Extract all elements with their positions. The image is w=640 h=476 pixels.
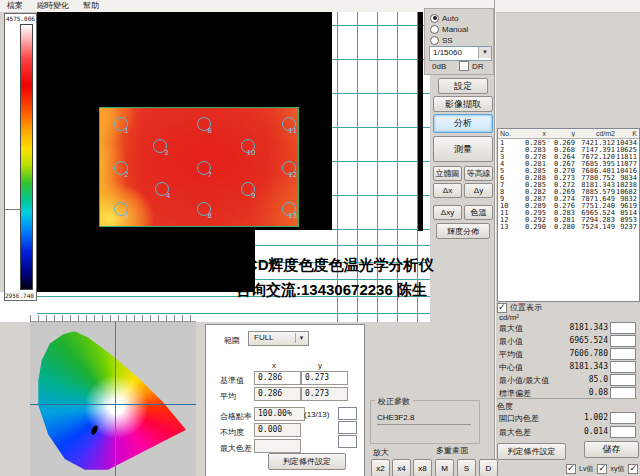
- judge-condition-button[interactable]: 判定條件設定: [268, 453, 346, 470]
- capture-label: 影像擷取: [445, 98, 481, 111]
- save-options-row: Lv值xy值影像檔: [566, 464, 640, 474]
- zoom-x8-button[interactable]: x8: [413, 459, 432, 476]
- position-display-row[interactable]: 位置表示: [497, 302, 542, 313]
- checkbox-icon[interactable]: [628, 464, 638, 474]
- save-option-1[interactable]: xy值: [597, 464, 624, 474]
- measure-point-1[interactable]: 1: [114, 117, 128, 131]
- menu-item-1[interactable]: 縮時變化: [30, 0, 76, 12]
- colorbar-gradient: [20, 24, 33, 290]
- checkbox-icon[interactable]: [597, 464, 607, 474]
- checkbox-icon[interactable]: [566, 464, 576, 474]
- dr-checkbox[interactable]: [459, 61, 469, 71]
- measure-point-12[interactable]: 12: [282, 161, 296, 175]
- radio-manual[interactable]: Manual: [430, 24, 468, 34]
- radio-label: SS: [442, 36, 453, 45]
- multi-m-button[interactable]: M: [435, 459, 454, 476]
- stat-label: 平均值: [499, 349, 523, 360]
- col-header-y: y: [546, 130, 575, 137]
- measure-point-10[interactable]: 10: [241, 139, 255, 153]
- multi-s-button[interactable]: S: [457, 459, 476, 476]
- delta-y-button[interactable]: Δy: [464, 183, 493, 198]
- radio-ss[interactable]: SS: [430, 35, 453, 45]
- judge-condition-label: 判定條件設定: [508, 446, 556, 457]
- measure-point-6[interactable]: 6: [197, 117, 211, 131]
- measure-point-5[interactable]: 5: [114, 202, 128, 216]
- measure-point-3[interactable]: 3: [153, 139, 167, 153]
- uniformity-field: 0.000: [254, 423, 301, 437]
- col-header-k: K: [615, 130, 637, 137]
- save-option-0[interactable]: Lv值: [566, 464, 593, 474]
- radio-auto[interactable]: Auto: [430, 13, 458, 23]
- judge-result-box: [610, 426, 636, 438]
- view3d-button[interactable]: 立體圖: [433, 166, 462, 181]
- measure-point-4[interactable]: 4: [155, 182, 169, 196]
- multi-d-button[interactable]: D: [479, 459, 498, 476]
- measure-button[interactable]: 測量: [433, 136, 493, 162]
- judge-condition-label: 判定條件設定: [283, 456, 331, 467]
- measure-point-11[interactable]: 11: [282, 117, 296, 131]
- position-display-checkbox[interactable]: [497, 303, 507, 313]
- measure-point-number: 13: [288, 212, 297, 220]
- measure-point-2[interactable]: 2: [114, 161, 128, 175]
- lum-dist-label: 輝度分佈: [447, 226, 479, 237]
- reference-x-field[interactable]: 0.286: [254, 371, 301, 385]
- judge-result-box: [610, 322, 636, 334]
- gain-value: 0dB: [432, 62, 446, 71]
- chevron-down-icon[interactable]: ▼: [478, 47, 491, 58]
- dr-label: DR: [472, 62, 484, 71]
- delta-xy-button[interactable]: Δxy: [433, 205, 462, 220]
- cie-horseshoe: [30, 322, 196, 476]
- col-x-header: x: [272, 361, 276, 370]
- stat-label: 最小值: [499, 336, 523, 347]
- colorbar-max-label: 4575.006: [6, 15, 35, 22]
- color-temp-label: 色溫: [471, 207, 487, 218]
- measure-point-9[interactable]: 9: [241, 182, 255, 196]
- lum-dist-button[interactable]: 輝度分佈: [436, 223, 490, 239]
- chevron-down-icon[interactable]: ▼: [295, 333, 307, 343]
- measure-point-13[interactable]: 13: [282, 202, 296, 216]
- judge-result-box: [610, 412, 636, 424]
- zoom-x2-button[interactable]: x2: [371, 459, 390, 476]
- capture-button[interactable]: 影像擷取: [433, 96, 493, 112]
- save-button[interactable]: 儲存: [584, 441, 639, 458]
- reference-y-field[interactable]: 0.273: [301, 371, 348, 385]
- contour-button[interactable]: 等高線: [464, 166, 493, 181]
- color-temp-button[interactable]: 色溫: [464, 205, 493, 220]
- chroma-value: 1.002: [584, 413, 608, 422]
- judge-condition-button-right[interactable]: 判定條件設定: [497, 443, 566, 460]
- zoom-x4-button[interactable]: x4: [392, 459, 411, 476]
- stat-value: 8181.343: [569, 362, 608, 371]
- position-display-label: 位置表示: [510, 302, 542, 313]
- table-row[interactable]: 130.2900.2807524.1499237: [498, 223, 639, 230]
- range-select[interactable]: FULL ▼: [248, 331, 309, 346]
- cie-diagram-panel[interactable]: [30, 322, 196, 476]
- analyze-button[interactable]: 分析: [433, 114, 493, 133]
- judge-result-box: [338, 407, 357, 420]
- zoom-section-title: 放大: [373, 447, 389, 458]
- menu-item-0[interactable]: 檔案: [0, 0, 30, 12]
- pass-rate-label: 合格點率: [220, 411, 252, 422]
- multi-screen-buttons: MSD: [435, 459, 498, 476]
- measure-point-number: 4: [166, 192, 170, 200]
- chroma-label: 開口內色差: [499, 413, 539, 424]
- stat-value: 7606.780: [569, 349, 608, 358]
- range-panel: 範圍 FULL ▼ x y 基準值 0.286 0.273 平均 0.286 0…: [205, 324, 365, 476]
- save-label: 儲存: [603, 443, 621, 456]
- contour-label: 等高線: [467, 168, 491, 179]
- stat-value: 0.08: [589, 388, 608, 397]
- delta-x-button[interactable]: Δx: [433, 183, 462, 198]
- shutter-speed-select[interactable]: 1/15060 ▼: [429, 46, 492, 61]
- measure-point-number: 3: [164, 149, 168, 157]
- measure-point-7[interactable]: 7: [197, 161, 211, 175]
- settings-button[interactable]: 設定: [438, 78, 488, 94]
- luminance-image[interactable]: 16113102712495813: [100, 108, 298, 226]
- chroma-label: 最大色差: [499, 427, 531, 438]
- cie-crosshair-vertical: [115, 322, 116, 476]
- menu-item-2[interactable]: 幫助: [76, 0, 106, 12]
- radio-icon: [430, 25, 439, 34]
- measure-point-8[interactable]: 8: [197, 202, 211, 216]
- measure-point-number: 1: [124, 127, 128, 135]
- dr-checkbox-row[interactable]: DR: [459, 61, 484, 71]
- delta-y-label: Δy: [474, 186, 483, 195]
- save-option-2[interactable]: 影像檔: [628, 464, 640, 474]
